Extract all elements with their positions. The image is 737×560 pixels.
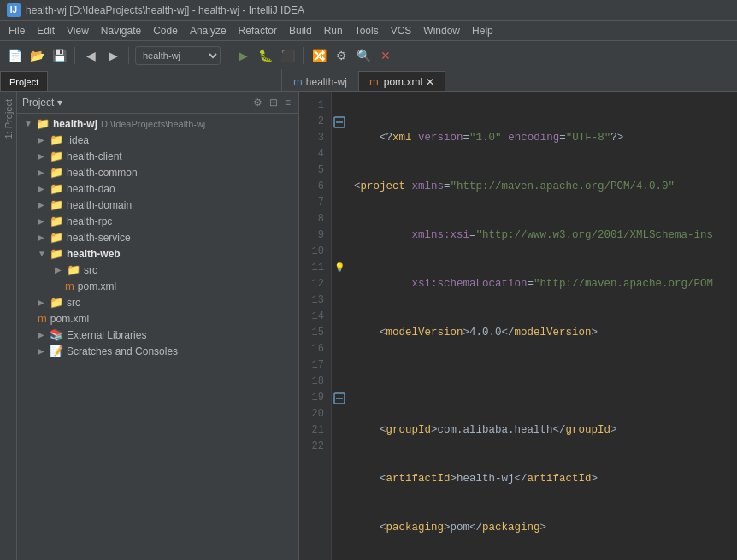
root-path: D:\IdeaProjects\health-wj — [101, 119, 205, 129]
service-label: health-service — [67, 232, 131, 244]
tree-item-health-service[interactable]: ▶ 📁 health-service — [17, 229, 298, 245]
line-num-17: 17 — [299, 357, 324, 374]
tree-item-health-dao[interactable]: ▶ 📁 health-dao — [17, 180, 298, 197]
tab-health-wj[interactable]: m health-wj — [282, 71, 358, 91]
config-combo[interactable]: health-wj — [135, 46, 221, 65]
open-button[interactable]: 📂 — [27, 46, 46, 65]
menu-vcs[interactable]: VCS — [386, 23, 417, 38]
sync-icon[interactable]: ⚙ — [251, 96, 265, 109]
code-content[interactable]: <?xml version="1.0" encoding="UTF-8"?> <… — [347, 92, 737, 560]
tree-item-ext-libs[interactable]: ▶ 📚 External Libraries — [17, 327, 298, 343]
line-num-11: 11 — [299, 260, 324, 276]
line-num-15: 15 — [299, 325, 324, 341]
menu-tools[interactable]: Tools — [350, 23, 384, 38]
gutter-4 — [332, 146, 347, 162]
service-folder-icon: 📁 — [50, 231, 63, 244]
line-num-7: 7 — [299, 195, 324, 211]
menu-code[interactable]: Code — [148, 23, 183, 38]
line-num-12: 12 — [299, 276, 324, 292]
web-label: health-web — [67, 248, 121, 260]
tree-item-root-pom[interactable]: m pom.xml — [17, 310, 298, 327]
menu-run[interactable]: Run — [319, 23, 348, 38]
tree-item-scratches[interactable]: ▶ 📝 Scratches and Consoles — [17, 343, 298, 359]
tree-item-health-client[interactable]: ▶ 📁 health-client — [17, 148, 298, 164]
src-label: src — [67, 297, 80, 309]
panel-header: Project ▾ ⚙ ⊟ ≡ — [17, 92, 298, 114]
root-pom-icon: m — [38, 312, 47, 325]
tree-root[interactable]: ▼ 📁 health-wj D:\IdeaProjects\health-wj — [17, 115, 298, 132]
web-src-label: src — [84, 264, 97, 276]
web-pom-label: pom.xml — [78, 280, 116, 292]
separator-2 — [128, 47, 129, 64]
menu-build[interactable]: Build — [284, 23, 317, 38]
back-button[interactable]: ◀ — [81, 46, 100, 65]
dao-arrow: ▶ — [38, 184, 48, 193]
menu-window[interactable]: Window — [418, 23, 465, 38]
gutter-9 — [332, 227, 347, 244]
debug-button[interactable]: 🐛 — [256, 46, 274, 65]
tree-item-health-web-pom[interactable]: m pom.xml — [17, 278, 298, 294]
separator-1 — [74, 47, 75, 64]
search-button[interactable]: 🔍 — [354, 46, 373, 65]
menu-file[interactable]: File — [3, 23, 30, 38]
line-num-22: 22 — [299, 439, 324, 455]
gutter-5 — [332, 162, 347, 179]
menu-help[interactable]: Help — [467, 23, 498, 38]
extlibs-label: External Libraries — [67, 329, 146, 341]
idea-label: .idea — [67, 134, 89, 146]
client-folder-icon: 📁 — [50, 150, 63, 162]
line-num-6: 6 — [299, 179, 324, 195]
run-button[interactable]: ▶ — [233, 46, 252, 65]
tree-item-src[interactable]: ▶ 📁 src — [17, 294, 298, 310]
menu-view[interactable]: View — [62, 23, 94, 38]
scratches-icon: 📝 — [50, 345, 63, 357]
gutter-18 — [332, 374, 347, 390]
gutter-17 — [332, 357, 347, 374]
code-area: 1 2 3 4 5 6 7 8 9 10 11 12 13 14 15 16 1… — [299, 92, 737, 560]
common-folder-icon: 📁 — [50, 166, 63, 179]
forward-button[interactable]: ▶ — [103, 46, 122, 65]
tree-item-health-web[interactable]: ▼ 📁 health-web — [17, 245, 298, 262]
extlibs-icon: 📚 — [50, 328, 63, 341]
menu-refactor[interactable]: Refactor — [233, 23, 282, 38]
gutter-10 — [332, 244, 347, 260]
idea-arrow: ▶ — [38, 135, 48, 144]
stop-button[interactable]: ⬛ — [278, 46, 297, 65]
menu-analyze[interactable]: Analyze — [185, 23, 232, 38]
line-numbers: 1 2 3 4 5 6 7 8 9 10 11 12 13 14 15 16 1… — [299, 92, 332, 560]
code-line-2: <project xmlns="http://maven.apache.org/… — [354, 179, 730, 195]
common-arrow: ▶ — [38, 168, 48, 177]
menu-navigate[interactable]: Navigate — [96, 23, 146, 38]
web-folder-icon: 📁 — [50, 247, 63, 260]
idea-folder-icon: 📁 — [50, 133, 63, 146]
separator-4 — [303, 47, 304, 64]
gutter-2 — [332, 114, 347, 130]
xml-icon: m — [369, 75, 379, 88]
vcs-button[interactable]: 🔀 — [310, 46, 328, 65]
close-proj-button[interactable]: ✕ — [376, 46, 395, 65]
tree-item-health-rpc[interactable]: ▶ 📁 health-rpc — [17, 213, 298, 229]
editor-panel: 1 2 3 4 5 6 7 8 9 10 11 12 13 14 15 16 1… — [299, 92, 737, 560]
tab-close-icon[interactable]: ✕ — [426, 76, 434, 88]
collapse-icon[interactable]: ⊟ — [267, 96, 280, 109]
tab-pom-xml[interactable]: m pom.xml ✕ — [358, 71, 445, 91]
vertical-tab-bar: 1: Project — [0, 92, 17, 560]
tree-item-health-domain[interactable]: ▶ 📁 health-domain — [17, 197, 298, 213]
rpc-arrow: ▶ — [38, 216, 48, 226]
gutter-15 — [332, 325, 347, 341]
settings-button[interactable]: ⚙ — [332, 46, 351, 65]
common-label: health-common — [67, 167, 138, 179]
project-vertical-tab[interactable]: 1: Project — [2, 92, 15, 145]
tree-item-health-common[interactable]: ▶ 📁 health-common — [17, 164, 298, 180]
line-num-18: 18 — [299, 374, 324, 390]
project-tab[interactable]: Project — [0, 71, 48, 91]
tree-item-health-web-src[interactable]: ▶ 📁 src — [17, 262, 298, 278]
line-num-19: 19 — [299, 390, 324, 406]
save-button[interactable]: 💾 — [50, 46, 68, 65]
tree-item-idea[interactable]: ▶ 📁 .idea — [17, 132, 298, 148]
settings-icon[interactable]: ≡ — [282, 96, 293, 109]
root-folder-icon: 📁 — [36, 117, 50, 130]
new-button[interactable]: 📄 — [5, 46, 24, 65]
menu-edit[interactable]: Edit — [32, 23, 60, 38]
domain-label: health-domain — [67, 199, 132, 211]
